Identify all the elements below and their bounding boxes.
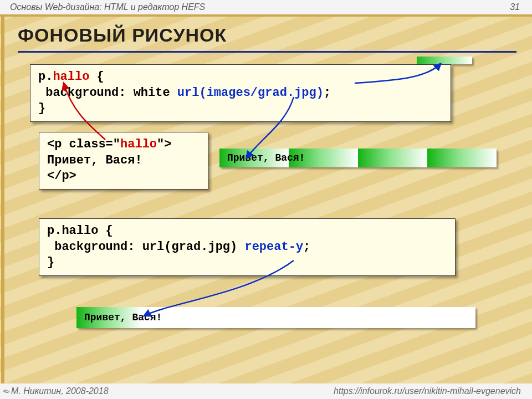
slide-title: ФОНОВЫЙ РИСУНОК bbox=[18, 24, 227, 46]
code-text: p. bbox=[38, 70, 53, 84]
code-text: } bbox=[38, 101, 45, 115]
gradient-sample-top bbox=[417, 57, 472, 64]
code-text: ; bbox=[303, 240, 310, 254]
breadcrumb: Основы Web-дизайна: HTML и редактор HEFS bbox=[10, 2, 205, 12]
accent-vline bbox=[1, 17, 4, 383]
code-text: Привет, Вася! bbox=[47, 154, 142, 167]
title-underline bbox=[18, 51, 516, 53]
code-text: ; bbox=[324, 86, 331, 100]
code-text: background: url(grad.jpg) bbox=[47, 240, 244, 254]
gradient-tile bbox=[358, 149, 427, 167]
code-box-css-repeat-x: p.hallo { background: white url(images/g… bbox=[30, 64, 451, 122]
preview-repeat-y: Привет, Вася! bbox=[76, 307, 475, 328]
gradient-tile bbox=[427, 149, 497, 167]
footer-url: https://infourok.ru/user/nikitin-mihail-… bbox=[334, 386, 521, 396]
footer-author: М. Никитин, 2008-2018 bbox=[11, 386, 109, 396]
url-token: url(images/grad.jpg) bbox=[177, 86, 324, 100]
page-number: 31 bbox=[510, 2, 520, 12]
slide: Основы Web-дизайна: HTML и редактор HEFS… bbox=[0, 0, 532, 399]
accent-hline bbox=[0, 14, 532, 17]
preview-text: Привет, Вася! bbox=[84, 312, 162, 323]
code-text: <p class=" bbox=[47, 137, 120, 151]
repeat-token: repeat-y bbox=[244, 240, 303, 254]
preview-repeat-x: Привет, Вася! bbox=[219, 149, 497, 167]
class-name: hallo bbox=[120, 137, 157, 151]
code-text: </p> bbox=[47, 169, 76, 183]
preview-text: Привет, Вася! bbox=[227, 152, 305, 163]
code-text: { bbox=[89, 70, 104, 84]
code-box-css-repeat-y: p.hallo { background: url(grad.jpg) repe… bbox=[39, 218, 456, 276]
code-text: "> bbox=[157, 137, 171, 151]
code-text: p.hallo { bbox=[47, 224, 113, 238]
code-box-html: <p class="hallo"> Привет, Вася! </p> bbox=[39, 132, 208, 190]
code-text: } bbox=[47, 255, 54, 269]
selector-class: hallo bbox=[53, 70, 89, 84]
code-text: background: white bbox=[38, 86, 177, 100]
